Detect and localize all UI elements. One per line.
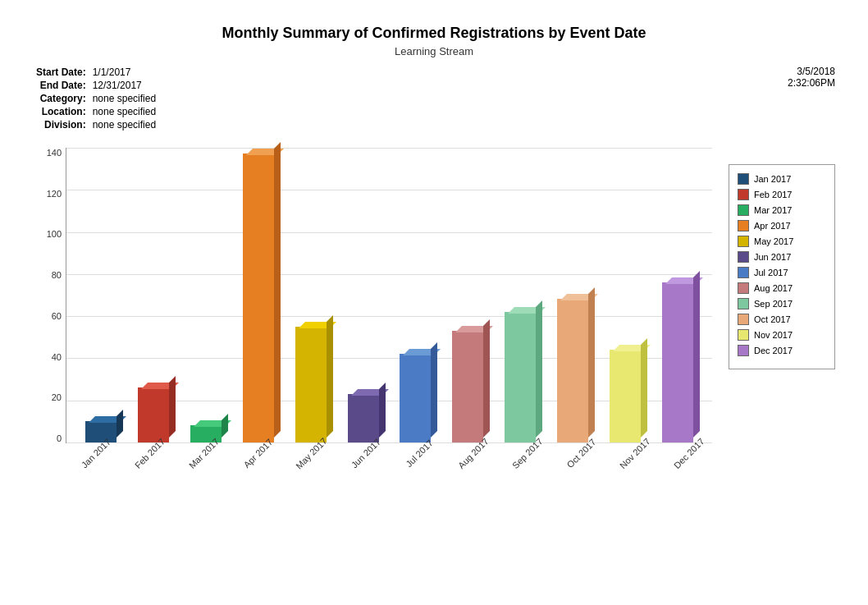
legend-label: Apr 2017 — [754, 221, 791, 231]
bar-side — [169, 376, 176, 438]
bar-group — [180, 425, 232, 442]
title-section: Monthly Summary of Confirmed Registratio… — [33, 25, 835, 57]
bar-side — [274, 142, 281, 438]
bar-group — [651, 282, 704, 442]
location-value: none specified — [89, 105, 159, 118]
y-axis-label: 40 — [52, 352, 62, 362]
chart-inner — [66, 148, 712, 443]
bar-side — [588, 287, 595, 438]
bar-side — [116, 410, 123, 438]
legend-item: May 2017 — [738, 236, 826, 247]
x-label-group: Sep 2017 — [496, 443, 550, 493]
end-date-value: 12/31/2017 — [89, 79, 159, 92]
legend-label: Jun 2017 — [754, 252, 791, 262]
legend: Jan 2017Feb 2017Mar 2017Apr 2017May 2017… — [729, 164, 835, 369]
legend-label: May 2017 — [754, 236, 793, 246]
bar-front — [243, 154, 274, 442]
start-date-value: 1/1/2017 — [89, 66, 159, 79]
x-label-group: Apr 2017 — [227, 443, 281, 493]
legend-color-box — [738, 251, 749, 263]
legend-item: Oct 2017 — [738, 314, 826, 325]
page: Monthly Summary of Confirmed Registratio… — [0, 0, 868, 605]
legend-color-box — [738, 298, 749, 309]
bar-group — [599, 350, 651, 442]
x-label-group: Nov 2017 — [605, 443, 659, 493]
legend-label: Sep 2017 — [754, 299, 793, 309]
x-label-group: Mar 2017 — [173, 443, 227, 493]
location-label: Location: — [33, 105, 89, 118]
legend-item: Dec 2017 — [738, 345, 826, 356]
legend-label: Oct 2017 — [754, 314, 791, 324]
bar-side — [641, 338, 647, 438]
legend-color-box — [738, 267, 749, 278]
x-label-group: Jun 2017 — [335, 443, 389, 493]
legend-label: Feb 2017 — [754, 190, 792, 199]
end-date-label: End Date: — [33, 79, 89, 92]
legend-color-box — [738, 173, 749, 185]
legend-item: Jan 2017 — [738, 173, 826, 185]
bar-front — [295, 327, 327, 442]
bar-side — [379, 383, 386, 438]
x-label-group: Feb 2017 — [120, 443, 174, 493]
category-label: Category: — [33, 92, 89, 105]
bar-group — [390, 354, 442, 442]
main-title: Monthly Summary of Confirmed Registratio… — [33, 25, 835, 42]
y-axis: 140120100806040200 — [33, 148, 66, 443]
x-label-group: Dec 2017 — [658, 443, 712, 493]
x-label-group: Jan 2017 — [66, 443, 120, 493]
subtitle: Learning Stream — [33, 45, 835, 57]
bar-side — [431, 342, 437, 438]
legend-color-box — [738, 204, 749, 216]
legend-item: Mar 2017 — [738, 204, 826, 216]
y-axis-label: 120 — [47, 189, 62, 199]
chart-container: 140120100806040200 Jan 2017Feb 2017Mar 2… — [33, 148, 712, 493]
y-axis-label: 0 — [57, 433, 62, 443]
legend-item: Sep 2017 — [738, 298, 826, 309]
bar-front — [400, 354, 431, 442]
legend-label: Aug 2017 — [754, 283, 793, 293]
legend-item: Jun 2017 — [738, 251, 826, 263]
bar-group — [232, 154, 285, 442]
bar-group — [285, 327, 337, 442]
legend-item: Apr 2017 — [738, 220, 826, 231]
bar-front — [138, 387, 169, 442]
legend-color-box — [738, 282, 749, 294]
x-label-group: May 2017 — [281, 443, 336, 493]
division-label: Division: — [33, 118, 89, 131]
bar-front — [610, 350, 641, 442]
division-value: none specified — [89, 118, 159, 131]
bar-group — [441, 331, 494, 442]
bar-front — [557, 299, 588, 442]
bar-group — [546, 299, 599, 442]
legend-item: Nov 2017 — [738, 329, 826, 341]
meta-left: Start Date: 1/1/2017 End Date: 12/31/201… — [33, 66, 159, 131]
chart-area: 140120100806040200 Jan 2017Feb 2017Mar 2… — [33, 148, 835, 493]
bar-group — [337, 394, 390, 442]
bar-group — [494, 312, 546, 442]
bar-group — [75, 421, 127, 442]
y-axis-label: 140 — [47, 148, 62, 158]
bar-group — [127, 387, 180, 442]
legend-label: Mar 2017 — [754, 205, 792, 215]
legend-color-box — [738, 189, 749, 200]
y-axis-label: 80 — [52, 270, 62, 280]
bar-side — [327, 315, 333, 438]
bar-side — [693, 271, 700, 438]
y-axis-label: 100 — [47, 229, 62, 239]
legend-color-box — [738, 329, 749, 341]
bar-side — [483, 319, 490, 438]
legend-label: Dec 2017 — [754, 346, 793, 355]
category-value: none specified — [89, 92, 159, 105]
bar-front — [505, 312, 536, 442]
legend-label: Jul 2017 — [754, 268, 788, 277]
x-labels: Jan 2017Feb 2017Mar 2017Apr 2017May 2017… — [66, 443, 712, 493]
legend-color-box — [738, 314, 749, 325]
bar-side — [536, 300, 542, 438]
legend-color-box — [738, 236, 749, 247]
bar-front — [348, 394, 379, 442]
x-label-group: Jul 2017 — [389, 443, 443, 493]
report-date: 3/5/2018 — [788, 66, 835, 77]
meta-right: 3/5/2018 2:32:06PM — [788, 66, 835, 131]
legend-item: Feb 2017 — [738, 189, 826, 200]
legend-item: Aug 2017 — [738, 282, 826, 294]
